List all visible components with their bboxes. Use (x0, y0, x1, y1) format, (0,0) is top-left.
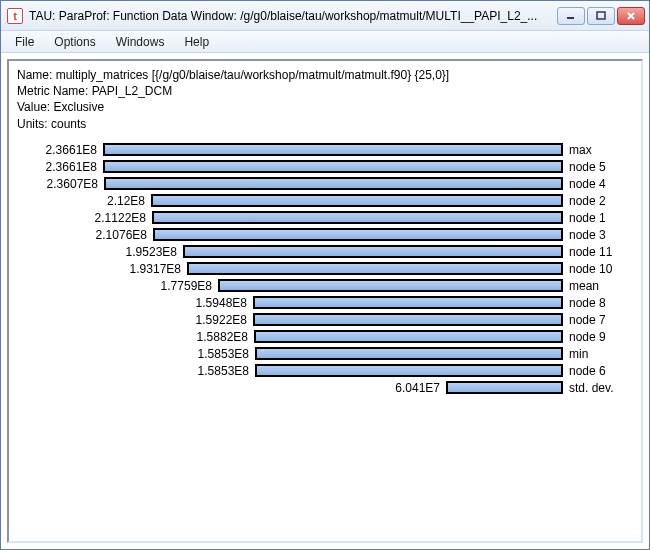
menubar: File Options Windows Help (1, 31, 649, 53)
bar-area (187, 262, 563, 275)
info-block: Name: multiply_matrices [{/g/g0/blaise/t… (17, 67, 633, 132)
info-units: Units: counts (17, 116, 633, 132)
bar-row: 1.5922E8node 7 (17, 312, 633, 328)
value-label: 1.9523E8 (17, 245, 183, 259)
svg-rect-1 (597, 12, 605, 19)
node-label: node 6 (563, 364, 606, 378)
info-value: Value: Exclusive (17, 99, 633, 115)
bar[interactable] (446, 381, 563, 394)
bar-area (183, 245, 563, 258)
node-label: node 9 (563, 330, 606, 344)
value-label: 1.5882E8 (17, 330, 254, 344)
value-label: 1.5922E8 (17, 313, 253, 327)
bar-row: 1.5853E8min (17, 346, 633, 362)
bar-row: 1.5882E8node 9 (17, 329, 633, 345)
bar-area (153, 228, 563, 241)
menu-help[interactable]: Help (176, 33, 217, 51)
value-label: 2.3607E8 (17, 177, 104, 191)
content-pane[interactable]: Name: multiply_matrices [{/g/g0/blaise/t… (7, 59, 643, 543)
node-label: node 10 (563, 262, 612, 276)
bar[interactable] (152, 211, 563, 224)
bar-chart: 2.3661E8max2.3661E8node 52.3607E8node 42… (17, 142, 633, 396)
titlebar[interactable]: t TAU: ParaProf: Function Data Window: /… (1, 1, 649, 31)
bar[interactable] (153, 228, 563, 241)
bar-row: 2.3661E8max (17, 142, 633, 158)
bar-row: 2.3607E8node 4 (17, 176, 633, 192)
bar-row: 2.12E8node 2 (17, 193, 633, 209)
bar-area (218, 279, 563, 292)
node-label: node 3 (563, 228, 606, 242)
bar[interactable] (187, 262, 563, 275)
bar-row: 1.9317E8node 10 (17, 261, 633, 277)
value-label: 2.12E8 (17, 194, 151, 208)
value-label: 1.5853E8 (17, 364, 255, 378)
node-label: min (563, 347, 588, 361)
bar-area (103, 160, 563, 173)
node-label: node 4 (563, 177, 606, 191)
value-label: 1.5948E8 (17, 296, 253, 310)
bar-area (152, 211, 563, 224)
bar[interactable] (254, 330, 563, 343)
bar-area (254, 330, 563, 343)
bar-row: 2.3661E8node 5 (17, 159, 633, 175)
value-label: 2.1122E8 (17, 211, 152, 225)
bar[interactable] (103, 160, 563, 173)
bar[interactable] (103, 143, 563, 156)
bar-area (103, 143, 563, 156)
app-icon: t (7, 8, 23, 24)
bar[interactable] (253, 296, 563, 309)
app-window: t TAU: ParaProf: Function Data Window: /… (0, 0, 650, 550)
value-label: 2.3661E8 (17, 160, 103, 174)
bar[interactable] (253, 313, 563, 326)
node-label: max (563, 143, 592, 157)
menu-options[interactable]: Options (46, 33, 103, 51)
bar-row: 2.1076E8node 3 (17, 227, 633, 243)
value-label: 1.9317E8 (17, 262, 187, 276)
menu-windows[interactable]: Windows (108, 33, 173, 51)
bar[interactable] (151, 194, 563, 207)
close-button[interactable] (617, 7, 645, 25)
node-label: node 5 (563, 160, 606, 174)
window-title: TAU: ParaProf: Function Data Window: /g/… (29, 9, 557, 23)
maximize-button[interactable] (587, 7, 615, 25)
value-label: 2.3661E8 (17, 143, 103, 157)
bar-row-stddev: 6.041E7std. dev. (17, 380, 633, 396)
bar[interactable] (104, 177, 563, 190)
value-label: 1.5853E8 (17, 347, 255, 361)
node-label: mean (563, 279, 599, 293)
bar-area (255, 364, 563, 377)
bar-area (151, 194, 563, 207)
info-name: Name: multiply_matrices [{/g/g0/blaise/t… (17, 67, 633, 83)
bar-area (253, 313, 563, 326)
value-label: 6.041E7 (17, 381, 446, 395)
node-label: node 8 (563, 296, 606, 310)
bar[interactable] (183, 245, 563, 258)
node-label: node 2 (563, 194, 606, 208)
bar-row: 2.1122E8node 1 (17, 210, 633, 226)
bar[interactable] (218, 279, 563, 292)
bar-area (104, 177, 563, 190)
bar-row: 1.9523E8node 11 (17, 244, 633, 260)
bar[interactable] (255, 347, 563, 360)
bar-area (446, 381, 563, 394)
node-label: node 11 (563, 245, 612, 259)
bar[interactable] (255, 364, 563, 377)
bar-row: 1.5948E8node 8 (17, 295, 633, 311)
bar-row: 1.7759E8mean (17, 278, 633, 294)
node-label: node 7 (563, 313, 606, 327)
menu-file[interactable]: File (7, 33, 42, 51)
node-label: node 1 (563, 211, 606, 225)
value-label: 2.1076E8 (17, 228, 153, 242)
node-label: std. dev. (563, 381, 613, 395)
bar-area (253, 296, 563, 309)
bar-area (255, 347, 563, 360)
value-label: 1.7759E8 (17, 279, 218, 293)
info-metric: Metric Name: PAPI_L2_DCM (17, 83, 633, 99)
bar-row: 1.5853E8node 6 (17, 363, 633, 379)
window-buttons (557, 7, 645, 25)
minimize-button[interactable] (557, 7, 585, 25)
